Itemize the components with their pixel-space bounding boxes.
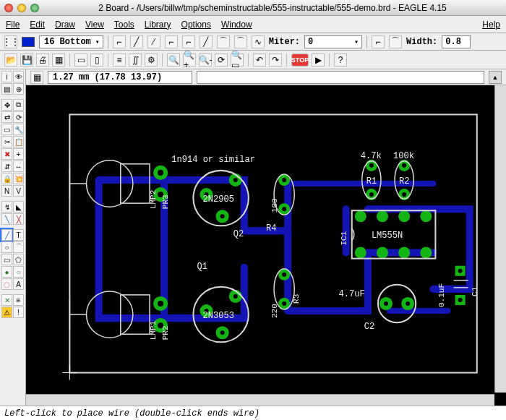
help-icon[interactable]: ?	[334, 53, 347, 67]
wire-bend-3[interactable]: ⌐	[165, 35, 178, 48]
width-input[interactable]: 0.8	[442, 35, 471, 48]
hole-tool[interactable]: ◌	[1, 278, 12, 290]
add-tool[interactable]: +	[13, 148, 24, 160]
circle-tool[interactable]: ○	[1, 241, 12, 253]
cut-tool[interactable]: ✂	[1, 136, 12, 147]
lock-tool[interactable]: 🔒	[1, 173, 12, 184]
pinswap-tool[interactable]: ⇵	[1, 160, 12, 172]
layer-select-value: 16 Bottom	[44, 37, 91, 47]
mirror-tool[interactable]: ⇄	[1, 111, 12, 123]
zoom-redraw-icon[interactable]: ⟳	[215, 53, 228, 67]
wire-bend-0[interactable]: ⌐	[113, 35, 126, 48]
board-schematic-icon[interactable]: ▭	[74, 53, 87, 67]
command-input[interactable]	[197, 71, 484, 84]
grid-dots-icon[interactable]: ⋮⋮	[4, 35, 17, 48]
miter-sharp-icon[interactable]: ⌐	[372, 35, 385, 48]
miter-round-icon[interactable]: ⌒	[389, 35, 402, 48]
board-canvas[interactable]: 1n914 or similar 2N2905 Q2 Q1 2N3053 LMP…	[26, 85, 506, 406]
zoom-select-icon[interactable]: 🔍▭	[231, 53, 244, 67]
replace-tool[interactable]: ↔	[13, 160, 24, 172]
auto-tool[interactable]: ≡	[13, 294, 24, 306]
miter-tool[interactable]: ◣	[13, 201, 24, 213]
open-icon[interactable]: 📂	[4, 53, 17, 67]
info-tool[interactable]: i	[1, 71, 12, 82]
menu-draw[interactable]: Draw	[55, 20, 75, 30]
rotate-tool[interactable]: ⟳	[13, 111, 24, 123]
paste-tool[interactable]: 📋	[13, 136, 24, 147]
name-tool[interactable]: N	[1, 185, 12, 197]
svg-point-25	[282, 273, 286, 277]
c1-val: 0.1uF	[437, 283, 446, 307]
menu-options[interactable]: Options	[181, 20, 211, 30]
window-minimize-button[interactable]	[17, 4, 26, 12]
signal-tool[interactable]: ○	[13, 266, 24, 278]
delete-tool[interactable]: ✖	[1, 148, 12, 160]
mark-tool[interactable]: ⊕	[13, 83, 24, 95]
pr3-label: PR3	[161, 194, 170, 209]
ratsnest-tool[interactable]: ✕	[1, 294, 12, 306]
wire-bend-6[interactable]: ⌒	[217, 35, 230, 48]
horizontal-scrollbar[interactable]	[26, 394, 494, 406]
zoom-fit-icon[interactable]: 🔍	[167, 53, 180, 67]
vertical-scrollbar[interactable]	[494, 85, 506, 393]
cam-icon[interactable]: ▦	[52, 53, 65, 67]
wire-bend-7[interactable]: ⌒	[234, 35, 247, 48]
zoom-in-icon[interactable]: 🔍+	[183, 53, 196, 67]
route-tool[interactable]: ╲	[1, 213, 12, 225]
wire-tool[interactable]: ╱	[1, 229, 12, 241]
print-icon[interactable]: 🖨	[36, 53, 49, 67]
wire-bend-4[interactable]: ⌐	[182, 35, 195, 48]
group-tool[interactable]: ▭	[1, 124, 12, 135]
grid-toggle[interactable]: ▦	[30, 71, 43, 84]
ripup-tool[interactable]: ╳	[13, 213, 24, 225]
undo-icon[interactable]: ↶	[253, 53, 266, 67]
menu-file[interactable]: File	[6, 20, 20, 30]
width-label: Width:	[406, 37, 437, 47]
layer-select[interactable]: 16 Bottom ▾	[39, 35, 103, 48]
menu-view[interactable]: View	[85, 20, 104, 30]
wire-bend-2[interactable]: ∕	[147, 35, 160, 48]
copy-tool[interactable]: ⧉	[13, 99, 24, 111]
menu-library[interactable]: Library	[145, 20, 171, 30]
sheet-icon[interactable]: ▯	[90, 53, 103, 67]
miter-input[interactable]: 0 ▾	[304, 35, 362, 48]
text-tool[interactable]: T	[13, 229, 24, 241]
wire-bend-8[interactable]: ∿	[252, 35, 265, 48]
change-tool[interactable]: 🔧	[13, 124, 24, 135]
ulp-icon[interactable]: ⚙	[145, 53, 158, 67]
script-icon[interactable]: ∬	[129, 53, 142, 67]
menu-help[interactable]: Help	[482, 20, 500, 30]
move-tool[interactable]: ✥	[1, 99, 12, 111]
r1-name: R1	[366, 176, 377, 187]
use-library-icon[interactable]: ≡	[113, 53, 126, 67]
menu-window[interactable]: Window	[221, 20, 252, 30]
erc-tool[interactable]: ⚠	[1, 307, 12, 318]
r4-name: R4	[266, 223, 276, 233]
display-tool[interactable]: ▤	[1, 83, 12, 95]
zoom-out-icon[interactable]: 🔍-	[199, 53, 212, 67]
menu-edit[interactable]: Edit	[30, 20, 45, 30]
svg-point-11	[233, 178, 238, 182]
window-close-button[interactable]	[4, 4, 13, 12]
go-icon[interactable]: ▶	[312, 53, 325, 67]
menu-tools[interactable]: Tools	[114, 20, 134, 30]
polygon-tool[interactable]: ⬠	[13, 254, 24, 265]
stop-icon[interactable]: STOP	[291, 53, 309, 67]
arc-tool[interactable]: ⌒	[13, 241, 24, 253]
smash-tool[interactable]: 💥	[13, 173, 24, 184]
redo-icon[interactable]: ↷	[269, 53, 282, 67]
attribute-tool[interactable]: A	[13, 278, 24, 290]
svg-point-47	[406, 301, 410, 306]
rect-tool[interactable]: ▭	[1, 254, 12, 265]
save-icon[interactable]: 💾	[20, 53, 33, 67]
value-tool[interactable]: V	[13, 185, 24, 197]
layer-swatch[interactable]	[22, 37, 35, 47]
errors-tool[interactable]: !	[13, 307, 24, 318]
show-tool[interactable]: 👁	[13, 71, 24, 82]
via-tool[interactable]: ●	[1, 266, 12, 278]
wire-bend-5[interactable]: ╱	[200, 35, 213, 48]
wire-bend-1[interactable]: ╱	[130, 35, 143, 48]
split-tool[interactable]: ↯	[1, 201, 12, 213]
history-up[interactable]: ▲	[489, 71, 502, 84]
window-zoom-button[interactable]	[30, 4, 39, 12]
